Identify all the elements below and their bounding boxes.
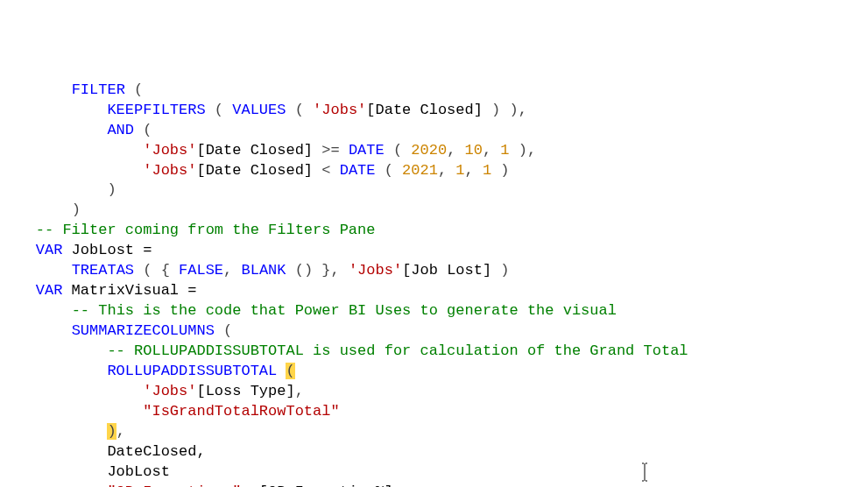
code-line: TREATAS ( { FALSE, BLANK () }, 'Jobs'[Jo… xyxy=(0,262,510,279)
code-line: 'Jobs'[Date Closed] < DATE ( 2021, 1, 1 … xyxy=(0,162,510,179)
code-line: FILTER ( xyxy=(0,81,143,98)
code-line: ,"QB_Incentive_", [QB Incentive%] xyxy=(0,483,393,488)
text-cursor-icon xyxy=(623,442,649,487)
code-line: ) xyxy=(0,201,81,218)
code-line: 'Jobs'[Date Closed] >= DATE ( 2020, 10, … xyxy=(0,142,536,159)
code-line: VAR JobLost = xyxy=(0,242,152,258)
code-line: -- This is the code that Power BI Uses t… xyxy=(0,302,617,319)
matched-paren-close: ) xyxy=(107,423,116,440)
code-line: JobLost xyxy=(0,463,170,480)
code-line: ) xyxy=(0,181,116,198)
dax-code-block: FILTER ( KEEPFILTERS ( VALUES ( 'Jobs'[D… xyxy=(0,81,868,487)
code-line: ), xyxy=(0,423,125,440)
code-line: SUMMARIZECOLUMNS ( xyxy=(0,322,232,339)
code-line: VAR MatrixVisual = xyxy=(0,282,196,299)
matched-paren-open: ( xyxy=(286,363,294,379)
code-line: 'Jobs'[Loss Type], xyxy=(0,383,304,399)
code-line: "IsGrandTotalRowTotal" xyxy=(0,403,340,420)
code-line: KEEPFILTERS ( VALUES ( 'Jobs'[Date Close… xyxy=(0,102,527,118)
code-line: -- ROLLUPADDISSUBTOTAL is used for calcu… xyxy=(0,342,688,359)
code-line: ROLLUPADDISSUBTOTAL ( xyxy=(0,363,295,379)
code-line: AND ( xyxy=(0,122,152,138)
code-line: -- Filter coming from the Filters Pane xyxy=(0,222,375,238)
code-line: DateClosed, xyxy=(0,443,206,460)
